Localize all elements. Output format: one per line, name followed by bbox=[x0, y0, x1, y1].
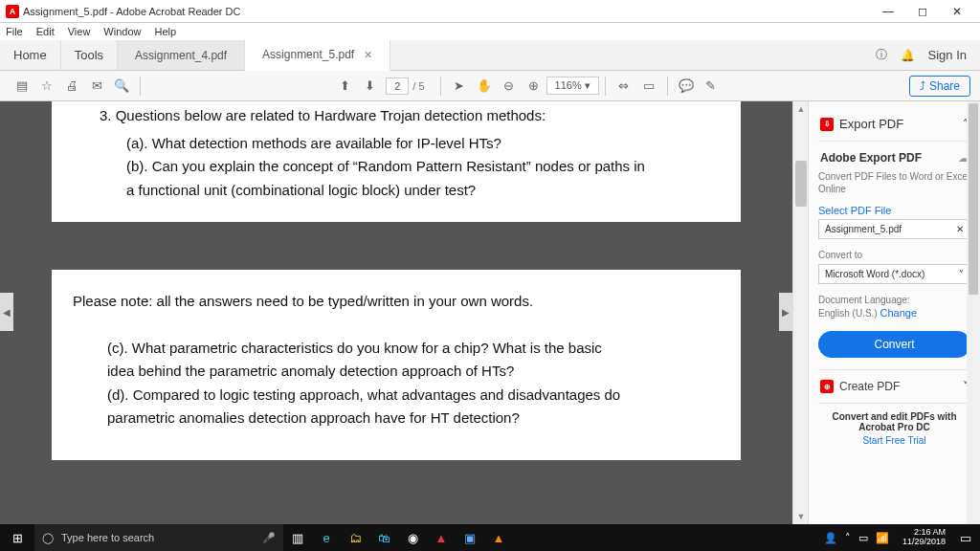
note-text: Please note: all the answers need to be … bbox=[73, 291, 712, 313]
doclang-value: English (U.S.) bbox=[818, 308, 880, 319]
window-title: Assignment_5.pdf - Adobe Acrobat Reader … bbox=[23, 6, 871, 17]
question-3c-line1: (c). What parametric characteristics do … bbox=[80, 338, 712, 360]
tab-assignment5[interactable]: Assignment_5.pdf✕ bbox=[245, 40, 390, 71]
format-select[interactable]: Microsoft Word (*.docx)˅ bbox=[818, 264, 970, 284]
chrome-icon[interactable]: ◉ bbox=[398, 524, 427, 551]
tools-sidepane: ⇩Export PDF ˄ Adobe Export PDF ☁ Convert… bbox=[808, 101, 980, 524]
zoom-in-icon[interactable]: ⊕ bbox=[522, 74, 546, 99]
question-3d-line1: (d). Compared to logic testing approach,… bbox=[80, 385, 712, 407]
question-3b-line1: (b). Can you explain the concept of “Ran… bbox=[100, 156, 712, 178]
search-icon[interactable]: 🔍 bbox=[109, 74, 134, 99]
pointer-icon[interactable]: ➤ bbox=[447, 74, 472, 99]
scrollbar-thumb[interactable] bbox=[969, 103, 978, 295]
zoom-out-icon[interactable]: ⊖ bbox=[497, 74, 522, 99]
tab-assignment4[interactable]: Assignment_4.pdf bbox=[118, 40, 245, 70]
menu-file[interactable]: File bbox=[6, 26, 23, 37]
share-button[interactable]: ⤴ Share bbox=[909, 76, 970, 97]
mail-icon[interactable]: ✉ bbox=[84, 74, 109, 99]
question-3c-line2: idea behind the parametric anomaly detec… bbox=[80, 361, 712, 383]
clear-file-icon[interactable]: ✕ bbox=[956, 224, 964, 234]
document-pane[interactable]: ◀ 3. Questions below are related to Hard… bbox=[0, 101, 792, 524]
taskview-icon[interactable]: ▥ bbox=[283, 524, 312, 551]
pdf-page-2: Please note: all the answers need to be … bbox=[52, 270, 741, 460]
explorer-icon[interactable]: 🗂 bbox=[341, 524, 369, 551]
export-pdf-header[interactable]: ⇩Export PDF bbox=[820, 117, 903, 131]
taskbar-clock[interactable]: 2:16 AM 11/29/2018 bbox=[897, 528, 951, 547]
scrollbar-vertical[interactable]: ▲ ▼ bbox=[792, 101, 808, 524]
nav-tools[interactable]: Tools bbox=[61, 40, 118, 70]
vlc-icon[interactable]: ▲ bbox=[484, 524, 513, 551]
toolbar: ▤ ☆ 🖨 ✉ 🔍 ⬆ ⬇ 2 / 5 ➤ ✋ ⊖ ⊕ 116% ▾ ⇔ ▭ 💬… bbox=[0, 71, 980, 101]
sidepane-scrollbar[interactable] bbox=[967, 101, 980, 524]
selected-file-field[interactable]: Assignment_5.pdf✕ bbox=[818, 219, 970, 239]
close-tab-icon[interactable]: ✕ bbox=[364, 49, 372, 61]
menu-window[interactable]: Window bbox=[103, 26, 141, 37]
bell-icon[interactable]: 🔔 bbox=[901, 49, 915, 62]
edge-icon[interactable]: e bbox=[312, 524, 341, 551]
taskbar: ⊞ ◯ Type here to search🎤 ▥ e 🗂 🛍 ◉ ▲ ▣ ▲… bbox=[0, 524, 980, 551]
menubar: File Edit View Window Help bbox=[0, 23, 980, 40]
mic-icon[interactable]: 🎤 bbox=[262, 532, 276, 544]
create-pdf-row[interactable]: ⊕ Create PDF ˅ bbox=[818, 374, 970, 399]
signin-button[interactable]: Sign In bbox=[928, 48, 967, 62]
taskbar-search[interactable]: ◯ Type here to search🎤 bbox=[34, 524, 283, 551]
sidebar-toggle-icon[interactable]: ▤ bbox=[10, 74, 34, 99]
notifications-icon[interactable]: ▭ bbox=[951, 524, 980, 551]
store-icon[interactable]: 🛍 bbox=[369, 524, 398, 551]
export-description: Convert PDF Files to Word or Excel Onlin… bbox=[818, 170, 970, 195]
read-mode-icon[interactable]: ▭ bbox=[636, 74, 661, 99]
promo-text: Convert and edit PDFs with Acrobat Pro D… bbox=[818, 411, 970, 432]
hand-icon[interactable]: ✋ bbox=[472, 74, 497, 99]
print-icon[interactable]: 🖨 bbox=[59, 74, 84, 99]
acrobat-icon[interactable]: ▲ bbox=[427, 524, 456, 551]
star-icon[interactable]: ☆ bbox=[34, 74, 59, 99]
app-icon: A bbox=[6, 5, 19, 18]
page-down-icon[interactable]: ⬇ bbox=[357, 74, 382, 99]
titlebar: A Assignment_5.pdf - Adobe Acrobat Reade… bbox=[0, 0, 980, 23]
tray-up-icon[interactable]: ˄ bbox=[845, 532, 851, 544]
tabbar: Home Tools Assignment_4.pdf Assignment_5… bbox=[0, 40, 980, 71]
start-trial-link[interactable]: Start Free Trial bbox=[818, 435, 970, 446]
battery-icon[interactable]: ▭ bbox=[858, 532, 868, 544]
nav-home[interactable]: Home bbox=[0, 40, 61, 70]
help-icon[interactable]: ⓘ bbox=[876, 47, 887, 63]
zoom-level[interactable]: 116% ▾ bbox=[546, 77, 599, 95]
question-3a: (a). What detection methods are availabl… bbox=[100, 133, 712, 155]
start-button[interactable]: ⊞ bbox=[0, 531, 34, 545]
menu-help[interactable]: Help bbox=[154, 26, 176, 37]
close-button[interactable]: ✕ bbox=[940, 0, 974, 23]
wifi-icon[interactable]: 📶 bbox=[876, 532, 889, 544]
next-page-button[interactable]: ▶ bbox=[779, 293, 792, 331]
scrollbar-thumb[interactable] bbox=[795, 161, 807, 207]
doclang-label: Document Language: bbox=[818, 295, 910, 305]
scroll-down-icon[interactable]: ▼ bbox=[793, 509, 809, 524]
system-tray[interactable]: 👤 ˄ ▭ 📶 bbox=[816, 532, 897, 544]
pdf-icon: ⇩ bbox=[820, 118, 834, 131]
select-pdf-link[interactable]: Select PDF File bbox=[818, 205, 970, 216]
comment-icon[interactable]: 💬 bbox=[674, 74, 699, 99]
pdf-page-1: 3. Questions below are related to Hardwa… bbox=[52, 101, 741, 222]
tab-label: Assignment_5.pdf bbox=[262, 48, 354, 61]
convert-to-label: Convert to bbox=[818, 249, 970, 261]
question-3b-line2: a functional unit (combinational logic b… bbox=[100, 180, 712, 202]
chevron-down-icon: ˅ bbox=[959, 269, 964, 279]
page-current[interactable]: 2 bbox=[386, 77, 409, 95]
people-icon[interactable]: 👤 bbox=[824, 532, 837, 544]
question-3: 3. Questions below are related to Hardwa… bbox=[100, 105, 712, 127]
fit-width-icon[interactable]: ⇔ bbox=[612, 74, 636, 99]
app-icon[interactable]: ▣ bbox=[456, 524, 484, 551]
sign-icon[interactable]: ✎ bbox=[699, 74, 724, 99]
menu-edit[interactable]: Edit bbox=[36, 26, 55, 37]
menu-view[interactable]: View bbox=[68, 26, 91, 37]
scroll-up-icon[interactable]: ▲ bbox=[793, 101, 809, 117]
pdf-icon: ⊕ bbox=[820, 380, 834, 393]
minimize-button[interactable]: — bbox=[871, 0, 905, 23]
change-lang-link[interactable]: Change bbox=[880, 307, 917, 319]
convert-button[interactable]: Convert bbox=[818, 331, 970, 358]
maximize-button[interactable]: ◻ bbox=[905, 0, 940, 23]
main-area: ◀ 3. Questions below are related to Hard… bbox=[0, 101, 980, 524]
page-up-icon[interactable]: ⬆ bbox=[332, 74, 357, 99]
tab-label: Assignment_4.pdf bbox=[135, 49, 227, 62]
page-total: / 5 bbox=[412, 80, 424, 92]
prev-page-button[interactable]: ◀ bbox=[0, 293, 13, 331]
